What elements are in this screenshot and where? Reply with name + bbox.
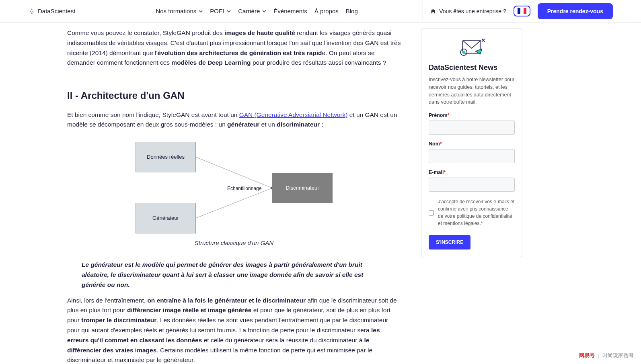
logo[interactable]: DataScientest xyxy=(28,8,75,15)
prenom-label: Prénom* xyxy=(429,112,515,118)
header: DataScientest Nos formations POEI Carriè… xyxy=(0,0,641,22)
gan-diagram: Données réelles Générateur Echantillonna… xyxy=(136,142,333,234)
diagram-box-data: Données réelles xyxy=(136,142,196,172)
blockquote: Le générateur est le modèle qui permet d… xyxy=(67,260,401,290)
prenom-input[interactable] xyxy=(429,121,515,135)
paragraph: Ainsi, lors de l'entraînement, on entraî… xyxy=(67,296,401,364)
enterprise-link[interactable]: Vous êtes une entreprise ? xyxy=(423,0,506,22)
email-label: E-mail* xyxy=(429,170,515,175)
paragraph: Et bien comme son nom l'indique, StyleGA… xyxy=(67,110,401,130)
svg-point-5 xyxy=(462,51,465,53)
watermark: 网易号 | 时尚玩家岳哥 xyxy=(579,352,634,359)
chevron-down-icon xyxy=(227,9,231,13)
diagram-box-generator: Générateur xyxy=(136,203,196,233)
newsletter-icon xyxy=(454,36,490,58)
logo-text: DataScientest xyxy=(38,8,75,14)
article-content: Comme vous pouvez le constater, StyleGAN… xyxy=(67,28,401,364)
nom-input[interactable] xyxy=(429,149,515,163)
language-selector[interactable] xyxy=(514,6,530,16)
nav-poei[interactable]: POEI xyxy=(210,8,231,14)
section-heading: II - Architecture d'un GAN xyxy=(67,88,401,103)
svg-line-1 xyxy=(196,188,272,218)
chevron-down-icon xyxy=(262,9,266,13)
consent-checkbox[interactable] xyxy=(429,199,434,227)
header-right: Vous êtes une entreprise ? Prendre rende… xyxy=(423,0,613,22)
newsletter-desc: Inscrivez-vous à notre Newsletter pour r… xyxy=(429,76,515,106)
building-icon xyxy=(430,8,436,14)
main-nav: Nos formations POEI Carrière Événements … xyxy=(156,8,357,14)
consent-text: J'accepte de recevoir vos e-mails et con… xyxy=(438,198,515,227)
newsletter-title: DataScientest News xyxy=(429,63,515,72)
flag-fr-icon xyxy=(518,8,526,14)
nav-apropos[interactable]: À propos xyxy=(314,8,339,14)
sidebar: DataScientest News Inscrivez-vous à notr… xyxy=(421,28,522,364)
cta-button[interactable]: Prendre rendez-vous xyxy=(538,3,613,19)
email-input[interactable] xyxy=(429,178,515,192)
gan-link[interactable]: GAN (Generative Adversiarial Network) xyxy=(239,111,348,118)
nom-label: Nom* xyxy=(429,141,515,147)
nav-formations[interactable]: Nos formations xyxy=(156,8,203,14)
logo-icon xyxy=(28,8,35,15)
svg-line-0 xyxy=(196,157,272,188)
paragraph: Comme vous pouvez le constater, StyleGAN… xyxy=(67,28,401,68)
diagram-caption: Structure classique d'un GAN xyxy=(67,238,401,248)
nav-blog[interactable]: Blog xyxy=(346,8,358,14)
diagram-label-sampling: Echantillonnage xyxy=(227,185,261,192)
diagram-box-discriminator: Discriminateur xyxy=(272,173,333,203)
nav-carriere[interactable]: Carrière xyxy=(238,8,266,14)
subscribe-button[interactable]: S'INSCRIRE xyxy=(429,235,470,249)
chevron-down-icon xyxy=(199,9,203,13)
newsletter-card: DataScientest News Inscrivez-vous à notr… xyxy=(421,28,522,257)
nav-evenements[interactable]: Événements xyxy=(273,8,307,14)
